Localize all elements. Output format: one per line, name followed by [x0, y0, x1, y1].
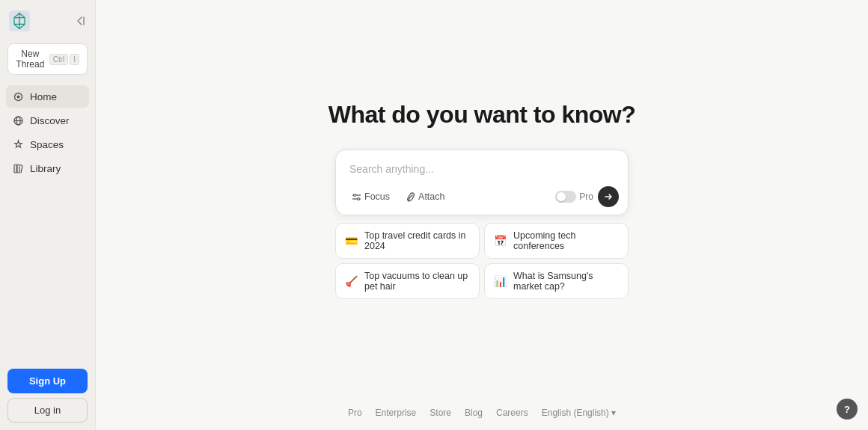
main-content: What do you want to know? Focus	[96, 0, 868, 430]
sidebar-item-library[interactable]: Library	[6, 157, 89, 179]
suggestion-card[interactable]: 💳 Top travel credit cards in 2024	[335, 223, 480, 259]
svg-point-6	[16, 95, 19, 98]
svg-rect-11	[17, 165, 19, 173]
signup-button[interactable]: Sign Up	[7, 369, 88, 393]
footer-link-enterprise[interactable]: Enterprise	[376, 408, 417, 418]
sidebar-item-discover[interactable]: Discover	[6, 109, 89, 132]
suggestion-text: Top travel credit cards in 2024	[364, 230, 470, 251]
footer-link-pro[interactable]: Pro	[348, 408, 362, 418]
suggestion-emoji: 🪠	[345, 275, 358, 287]
pro-label: Pro	[579, 191, 593, 202]
sidebar-header	[0, 0, 95, 39]
ctrl-key: Ctrl	[49, 54, 69, 65]
new-thread-button[interactable]: New Thread Ctrl I	[7, 43, 88, 75]
attach-button[interactable]: Attach	[399, 188, 450, 205]
attach-label: Attach	[418, 191, 444, 202]
sidebar: New Thread Ctrl I Home Di	[0, 0, 96, 430]
suggestion-emoji: 📅	[494, 235, 507, 247]
perplexity-logo-icon	[9, 10, 30, 31]
toggle-switch[interactable]	[555, 191, 576, 203]
focus-label: Focus	[364, 191, 390, 202]
search-right-actions: Pro	[555, 186, 619, 207]
sidebar-item-spaces-label: Spaces	[30, 139, 64, 150]
library-icon	[12, 162, 24, 174]
sidebar-item-library-label: Library	[30, 163, 61, 174]
focus-button[interactable]: Focus	[345, 188, 396, 205]
paperclip-icon	[405, 191, 415, 202]
search-left-actions: Focus Attach	[345, 188, 450, 205]
new-thread-label: New Thread	[16, 49, 45, 70]
pro-toggle[interactable]: Pro	[555, 191, 593, 203]
logo	[9, 10, 30, 31]
page-title: What do you want to know?	[328, 101, 636, 129]
footer-link-store[interactable]: Store	[430, 408, 451, 418]
help-button[interactable]: ?	[837, 399, 858, 420]
suggestion-emoji: 💳	[345, 235, 358, 247]
suggestion-text: What is Samsung's market cap?	[513, 271, 619, 292]
search-box: Focus Attach Pro	[335, 150, 629, 215]
footer-link-blog[interactable]: Blog	[465, 408, 483, 418]
sidebar-nav: Home Discover Spaces	[0, 85, 95, 179]
new-thread-shortcut: Ctrl I	[49, 54, 79, 65]
suggestion-text: Upcoming tech conferences	[513, 230, 619, 251]
footer-link-careers[interactable]: Careers	[496, 408, 528, 418]
sidebar-item-discover-label: Discover	[30, 115, 70, 126]
search-submit-button[interactable]	[598, 186, 619, 207]
home-icon	[12, 90, 24, 102]
i-key: I	[70, 54, 79, 65]
sidebar-item-spaces[interactable]: Spaces	[6, 133, 89, 156]
footer-link-language[interactable]: English (English) ▾	[542, 408, 616, 418]
sliders-icon	[351, 191, 361, 202]
svg-point-14	[353, 194, 355, 196]
login-button[interactable]: Log in	[7, 398, 88, 423]
sidebar-item-home-label: Home	[30, 91, 57, 102]
footer: Pro Enterprise Store Blog Careers Englis…	[96, 408, 868, 418]
collapse-sidebar-button[interactable]	[74, 15, 86, 27]
svg-rect-10	[14, 165, 16, 173]
svg-point-15	[357, 197, 359, 200]
sidebar-item-home[interactable]: Home	[6, 85, 89, 108]
search-input-row	[336, 150, 628, 182]
suggestion-card[interactable]: 📅 Upcoming tech conferences	[484, 223, 629, 259]
suggestion-text: Top vacuums to clean up pet hair	[364, 271, 470, 292]
sidebar-bottom: Sign Up Log in	[0, 361, 95, 430]
spaces-icon	[12, 138, 24, 150]
suggestion-card[interactable]: 🪠 Top vacuums to clean up pet hair	[335, 263, 480, 299]
search-input[interactable]	[349, 163, 614, 175]
discover-icon	[12, 114, 24, 126]
suggestions-grid: 💳 Top travel credit cards in 2024 📅 Upco…	[335, 223, 629, 299]
search-actions-row: Focus Attach Pro	[336, 182, 628, 215]
suggestion-card[interactable]: 📊 What is Samsung's market cap?	[484, 263, 629, 299]
suggestion-emoji: 📊	[494, 275, 507, 287]
